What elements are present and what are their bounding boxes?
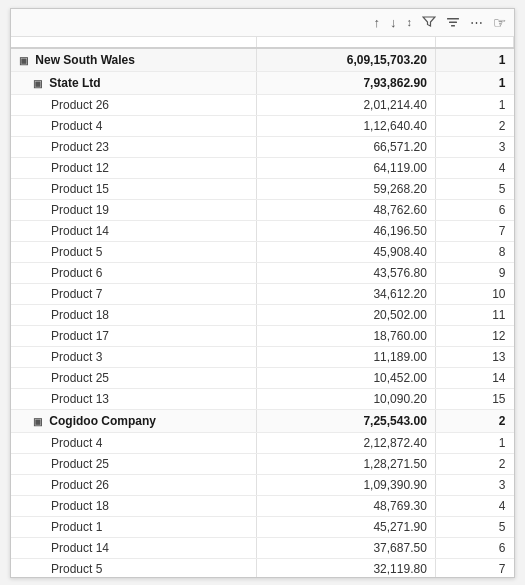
- product-ranking: 6: [435, 199, 513, 220]
- product-ranking: 10: [435, 283, 513, 304]
- product-name: Product 14: [11, 220, 257, 241]
- svg-rect-2: [451, 25, 455, 27]
- table-row: Product 12 64,119.00 4: [11, 157, 514, 178]
- cursor-pointer-icon: ☞: [491, 13, 508, 32]
- product-sales: 45,908.40: [257, 241, 436, 262]
- product-name: Product 5: [11, 241, 257, 262]
- product-name: Product 18: [11, 495, 257, 516]
- sort-options-icon[interactable]: ↕: [405, 15, 415, 30]
- product-sales: 10,452.00: [257, 367, 436, 388]
- product-sales: 37,687.50: [257, 537, 436, 558]
- data-table: ▣ New South Wales 6,09,15,703.20 1 ▣ Sta…: [11, 37, 514, 577]
- subgroup-territory: ▣ Cogidoo Company: [11, 409, 257, 432]
- product-sales: 20,502.00: [257, 304, 436, 325]
- product-sales: 45,271.90: [257, 516, 436, 537]
- product-name: Product 13: [11, 388, 257, 409]
- product-sales: 43,576.80: [257, 262, 436, 283]
- table-row: Product 4 1,12,640.40 2: [11, 115, 514, 136]
- expand-icon[interactable]: ▣: [19, 55, 28, 66]
- sort-asc-icon[interactable]: ↑: [372, 14, 383, 31]
- product-name: Product 18: [11, 304, 257, 325]
- product-name: Product 26: [11, 94, 257, 115]
- product-sales: 64,119.00: [257, 157, 436, 178]
- table-row: Product 25 1,28,271.50 2: [11, 453, 514, 474]
- product-ranking: 13: [435, 346, 513, 367]
- table-row: Product 23 66,571.20 3: [11, 136, 514, 157]
- product-ranking: 3: [435, 136, 513, 157]
- product-name: Product 7: [11, 283, 257, 304]
- product-name: Product 25: [11, 453, 257, 474]
- product-ranking: 6: [435, 537, 513, 558]
- product-ranking: 14: [435, 367, 513, 388]
- expand-icon[interactable]: ▣: [33, 78, 42, 89]
- filter-add-icon[interactable]: [420, 13, 438, 32]
- product-sales: 2,01,214.40: [257, 94, 436, 115]
- product-name: Product 12: [11, 157, 257, 178]
- subgroup-ranking: 1: [435, 71, 513, 94]
- product-sales: 1,12,640.40: [257, 115, 436, 136]
- product-name: Product 17: [11, 325, 257, 346]
- subgroup-territory: ▣ State Ltd: [11, 71, 257, 94]
- table-row: Product 3 11,189.00 13: [11, 346, 514, 367]
- funnel-icon[interactable]: [444, 13, 462, 32]
- product-sales: 48,762.60: [257, 199, 436, 220]
- product-ranking: 2: [435, 453, 513, 474]
- sort-desc-icon[interactable]: ↓: [388, 14, 399, 31]
- product-name: Product 23: [11, 136, 257, 157]
- product-ranking: 5: [435, 516, 513, 537]
- table-row: Product 17 18,760.00 12: [11, 325, 514, 346]
- territory-header: [11, 37, 257, 48]
- table-row: Product 4 2,12,872.40 1: [11, 432, 514, 453]
- table-row: Product 13 10,090.20 15: [11, 388, 514, 409]
- product-ranking: 1: [435, 432, 513, 453]
- more-options-icon[interactable]: ⋯: [468, 14, 485, 31]
- product-ranking: 15: [435, 388, 513, 409]
- product-ranking: 3: [435, 474, 513, 495]
- table-row: Product 5 32,119.80 7: [11, 558, 514, 577]
- table-row: Product 15 59,268.20 5: [11, 178, 514, 199]
- product-name: Product 15: [11, 178, 257, 199]
- header-row: [11, 37, 514, 48]
- table-row: Product 19 48,762.60 6: [11, 199, 514, 220]
- product-sales: 11,189.00: [257, 346, 436, 367]
- product-name: Product 1: [11, 516, 257, 537]
- data-table-wrapper[interactable]: ▣ New South Wales 6,09,15,703.20 1 ▣ Sta…: [11, 37, 514, 577]
- product-ranking: 2: [435, 115, 513, 136]
- product-ranking: 12: [435, 325, 513, 346]
- group-ranking: 1: [435, 48, 513, 72]
- group-territory: ▣ New South Wales: [11, 48, 257, 72]
- product-sales: 34,612.20: [257, 283, 436, 304]
- group-header-row: ▣ New South Wales 6,09,15,703.20 1: [11, 48, 514, 72]
- svg-rect-1: [449, 22, 457, 24]
- product-ranking: 11: [435, 304, 513, 325]
- table-row: Product 26 1,09,390.90 3: [11, 474, 514, 495]
- svg-rect-0: [447, 18, 459, 20]
- product-ranking: 5: [435, 178, 513, 199]
- group-sales: 6,09,15,703.20: [257, 48, 436, 72]
- toolbar: ↑ ↓ ↕ ⋯ ☞: [11, 9, 514, 37]
- product-name: Product 4: [11, 432, 257, 453]
- ranking-header: [435, 37, 513, 48]
- table-row: Product 18 48,769.30 4: [11, 495, 514, 516]
- product-name: Product 26: [11, 474, 257, 495]
- total-sales-header: [257, 37, 436, 48]
- subgroup-sales: 7,93,862.90: [257, 71, 436, 94]
- subgroup-ranking: 2: [435, 409, 513, 432]
- product-sales: 48,769.30: [257, 495, 436, 516]
- product-name: Product 6: [11, 262, 257, 283]
- product-name: Product 19: [11, 199, 257, 220]
- subgroup-header-row: ▣ Cogidoo Company 7,25,543.00 2: [11, 409, 514, 432]
- subgroup-header-row: ▣ State Ltd 7,93,862.90 1: [11, 71, 514, 94]
- product-sales: 2,12,872.40: [257, 432, 436, 453]
- product-ranking: 9: [435, 262, 513, 283]
- table-row: Product 18 20,502.00 11: [11, 304, 514, 325]
- expand-icon[interactable]: ▣: [33, 416, 42, 427]
- product-sales: 59,268.20: [257, 178, 436, 199]
- table-container: ↑ ↓ ↕ ⋯ ☞: [10, 8, 515, 578]
- product-name: Product 25: [11, 367, 257, 388]
- table-row: Product 14 37,687.50 6: [11, 537, 514, 558]
- product-ranking: 4: [435, 157, 513, 178]
- table-row: Product 25 10,452.00 14: [11, 367, 514, 388]
- table-row: Product 1 45,271.90 5: [11, 516, 514, 537]
- product-ranking: 8: [435, 241, 513, 262]
